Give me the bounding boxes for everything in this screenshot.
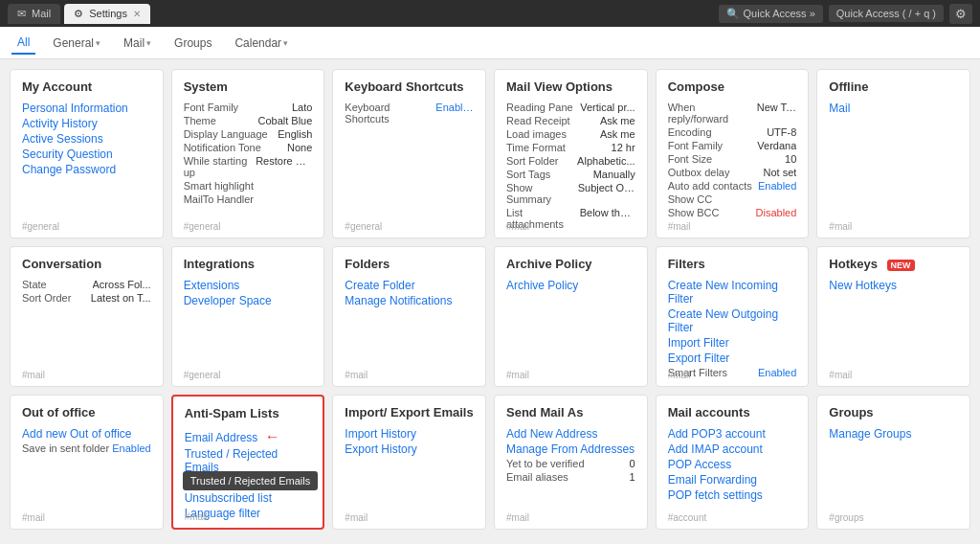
- mail-view-row-timeformat: Time Format 12 hr: [506, 142, 635, 153]
- link-export-filter[interactable]: Export Filter: [668, 351, 797, 365]
- system-title: System: [184, 79, 313, 94]
- link-activity-history[interactable]: Activity History: [22, 117, 151, 130]
- compose-row-reply: When reply/forward New Tab: [668, 102, 797, 125]
- nav-mail[interactable]: Mail ▾: [118, 33, 157, 54]
- link-developer-space[interactable]: Developer Space: [184, 294, 313, 307]
- link-add-new-address[interactable]: Add New Address: [506, 427, 635, 441]
- tab-settings-label: Settings: [89, 8, 127, 19]
- nav-mail-label: Mail: [123, 36, 145, 50]
- folders-title: Folders: [345, 257, 474, 271]
- compose-row-outboxdelay: Outbox delay Not set: [668, 167, 797, 178]
- new-badge: NEW: [887, 260, 915, 271]
- link-change-password[interactable]: Change Password: [22, 163, 151, 176]
- anti-spam-footer: #mail: [185, 511, 208, 522]
- nav-general[interactable]: General ▾: [47, 33, 106, 54]
- compose-row-encoding: Encoding UTF-8: [668, 126, 797, 138]
- card-groups: Groups Manage Groups #groups: [816, 395, 970, 530]
- quick-access-button[interactable]: 🔍 Quick Access »: [719, 5, 823, 23]
- send-mail-row-aliases: Email aliases 1: [506, 471, 635, 483]
- link-create-incoming-filter[interactable]: Create New Incoming Filter: [668, 279, 797, 306]
- chevron-down-icon: ▾: [146, 38, 151, 48]
- link-archive-policy[interactable]: Archive Policy: [506, 279, 635, 292]
- card-folders: Folders Create Folder Manage Notificatio…: [332, 246, 486, 387]
- compose-row-fontfamily: Font Family Verdana: [668, 140, 797, 151]
- my-account-footer: #general: [22, 221, 59, 232]
- card-anti-spam: Anti-Spam Lists Email Address ← Trusted …: [171, 395, 325, 530]
- filters-footer: #mail: [668, 370, 691, 380]
- quick-access-shortcut-button[interactable]: Quick Access ( / + q ): [829, 5, 944, 22]
- window-settings-button[interactable]: ⚙: [949, 4, 972, 24]
- card-filters: Filters Create New Incoming Filter Creat…: [656, 246, 810, 387]
- link-extensions[interactable]: Extensions: [184, 279, 313, 292]
- link-add-pop3[interactable]: Add POP3 account: [668, 427, 797, 441]
- keyboard-shortcuts-row: Keyboard Shortcuts Enabled: [345, 102, 474, 125]
- nav-calendar[interactable]: Calendar ▾: [229, 33, 294, 54]
- link-security-question[interactable]: Security Question: [22, 147, 151, 161]
- card-mail-accounts: Mail accounts Add POP3 account Add IMAP …: [656, 395, 810, 530]
- send-mail-as-title: Send Mail As: [506, 405, 635, 419]
- link-pop-access[interactable]: POP Access: [668, 458, 797, 471]
- link-import-history[interactable]: Import History: [345, 427, 474, 441]
- system-row-smarthighlight: Smart highlight: [184, 180, 313, 192]
- link-personal-info[interactable]: Personal Information: [22, 102, 151, 115]
- navbar: All General ▾ Mail ▾ Groups Calendar ▾: [0, 27, 980, 59]
- hotkeys-footer: #mail: [829, 370, 852, 380]
- nav-all-label: All: [17, 35, 30, 49]
- card-system: System Font Family Lato Theme Cobalt Blu…: [171, 69, 325, 238]
- link-import-filter[interactable]: Import Filter: [668, 336, 797, 350]
- chevron-down-icon: ▾: [96, 38, 100, 48]
- card-send-mail-as: Send Mail As Add New Address Manage From…: [494, 395, 648, 530]
- card-my-account: My Account Personal Information Activity…: [10, 69, 164, 238]
- close-tab-icon[interactable]: ✕: [133, 9, 141, 19]
- mail-view-row-sortfolder: Sort Folder Alphabetic...: [506, 155, 635, 167]
- link-create-outgoing-filter[interactable]: Create New Outgoing Filter: [668, 307, 797, 334]
- quick-access-shortcut-label: Quick Access ( / + q ): [836, 8, 936, 19]
- mail-view-footer: #mail: [506, 221, 529, 232]
- link-export-history[interactable]: Export History: [345, 442, 474, 456]
- offline-title: Offline: [829, 79, 958, 94]
- card-keyboard-shortcuts: Keyboard Shortcuts Keyboard Shortcuts En…: [332, 69, 486, 238]
- link-email-address[interactable]: Email Address ←: [185, 428, 312, 445]
- conversation-row-state: State Across Fol...: [22, 279, 151, 290]
- integrations-title: Integrations: [184, 257, 313, 271]
- link-manage-notifications[interactable]: Manage Notifications: [345, 294, 474, 307]
- archive-policy-footer: #mail: [506, 370, 529, 380]
- card-integrations: Integrations Extensions Developer Space …: [171, 246, 325, 387]
- link-new-hotkeys[interactable]: New Hotkeys: [829, 279, 958, 292]
- nav-groups[interactable]: Groups: [168, 33, 217, 54]
- integrations-footer: #general: [184, 370, 221, 380]
- link-manage-from-addresses[interactable]: Manage From Addresses: [506, 442, 635, 456]
- link-trusted-rejected-emails[interactable]: Trusted / Rejected Emails: [185, 447, 312, 474]
- mail-view-row-images: Load images Ask me: [506, 128, 635, 140]
- card-compose: Compose When reply/forward New Tab Encod…: [656, 69, 810, 238]
- mail-view-title: Mail View Options: [506, 79, 635, 94]
- tab-settings[interactable]: ⚙ Settings ✕: [64, 4, 150, 24]
- link-active-sessions[interactable]: Active Sessions: [22, 132, 151, 146]
- import-export-footer: #mail: [345, 512, 368, 523]
- conversation-footer: #mail: [22, 370, 45, 380]
- link-create-folder[interactable]: Create Folder: [345, 279, 474, 292]
- system-row-mailto: MailTo Handler: [184, 193, 313, 205]
- tooltip-trusted-rejected: Trusted / Rejected Emails: [183, 471, 319, 490]
- mail-view-row-reading: Reading Pane Vertical pr...: [506, 102, 635, 113]
- hotkeys-title: Hotkeys NEW: [829, 257, 958, 271]
- link-offline-mail[interactable]: Mail: [829, 102, 958, 115]
- import-export-title: Import/ Export Emails: [345, 405, 474, 419]
- chevron-down-icon: ▾: [283, 38, 288, 48]
- link-manage-groups[interactable]: Manage Groups: [829, 427, 958, 441]
- card-conversation: Conversation State Across Fol... Sort Or…: [10, 246, 164, 387]
- keyboard-shortcuts-title: Keyboard Shortcuts: [345, 79, 474, 94]
- link-unsubscribed-list[interactable]: Unsubscribed list: [185, 491, 312, 505]
- link-add-imap[interactable]: Add IMAP account: [668, 442, 797, 456]
- link-pop-fetch-settings[interactable]: POP fetch settings: [668, 488, 797, 502]
- nav-general-label: General: [53, 36, 94, 50]
- conversation-title: Conversation: [22, 257, 151, 271]
- tab-mail[interactable]: ✉ Mail: [8, 4, 60, 24]
- link-add-out-of-office[interactable]: Add new Out of office: [22, 427, 151, 441]
- out-of-office-footer: #mail: [22, 512, 45, 523]
- filters-title: Filters: [668, 257, 797, 271]
- link-email-forwarding[interactable]: Email Forwarding: [668, 473, 797, 487]
- system-row-notification: Notification Tone None: [184, 142, 313, 153]
- quick-access-label: Quick Access »: [744, 8, 815, 19]
- nav-all[interactable]: All: [11, 32, 35, 55]
